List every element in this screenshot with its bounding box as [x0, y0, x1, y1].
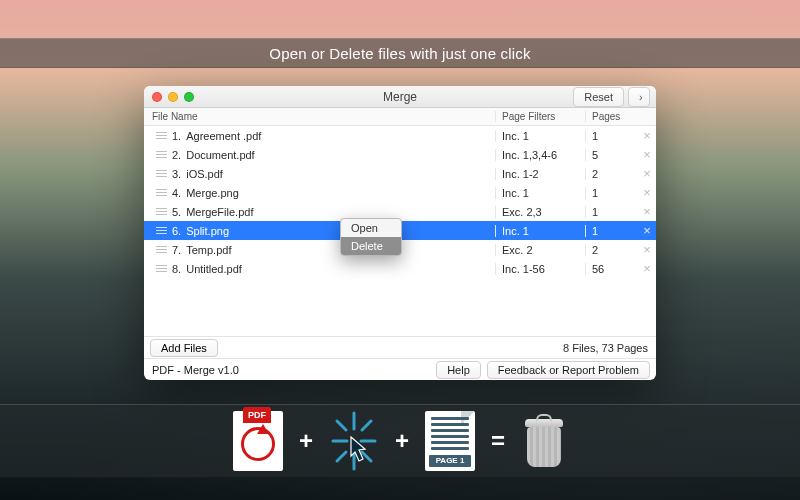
row-number: 8.	[172, 263, 181, 275]
row-page-filters[interactable]: Exc. 2	[496, 244, 586, 256]
feedback-button[interactable]: Feedback or Report Problem	[487, 361, 650, 379]
promo-bar: PDF + + PAGE 1 =	[0, 404, 800, 478]
add-files-button[interactable]: Add Files	[150, 339, 218, 357]
row-pages: 1	[586, 130, 638, 142]
svg-line-6	[362, 421, 371, 430]
row-filename: Document.pdf	[186, 149, 254, 161]
table-row[interactable]: 2. Document.pdfInc. 1,3,4-65×	[144, 145, 656, 164]
row-page-filters[interactable]: Inc. 1	[496, 130, 586, 142]
row-filename: MergeFile.pdf	[186, 206, 253, 218]
row-number: 4.	[172, 187, 181, 199]
drag-handle-icon[interactable]	[156, 132, 167, 139]
context-open[interactable]: Open	[341, 219, 401, 237]
row-filename: iOS.pdf	[186, 168, 223, 180]
col-pages[interactable]: Pages	[586, 111, 638, 122]
table-row[interactable]: 4. Merge.pngInc. 11×	[144, 183, 656, 202]
zoom-icon[interactable]	[184, 92, 194, 102]
drag-handle-icon[interactable]	[156, 265, 167, 272]
remove-row-icon[interactable]: ×	[638, 223, 656, 238]
remove-row-icon[interactable]: ×	[638, 261, 656, 276]
row-page-filters[interactable]: Inc. 1-56	[496, 263, 586, 275]
row-number: 7.	[172, 244, 181, 256]
row-page-filters[interactable]: Inc. 1-2	[496, 168, 586, 180]
row-filename: Agreement .pdf	[186, 130, 261, 142]
drag-handle-icon[interactable]	[156, 246, 167, 253]
plus-icon: +	[395, 427, 409, 455]
remove-row-icon[interactable]: ×	[638, 166, 656, 181]
table-row[interactable]: 1. Agreement .pdfInc. 11×	[144, 126, 656, 145]
svg-line-5	[362, 452, 371, 461]
svg-line-7	[337, 452, 346, 461]
page-icon: PAGE 1	[425, 411, 475, 471]
row-page-filters[interactable]: Inc. 1	[496, 225, 586, 237]
row-number: 6.	[172, 225, 181, 237]
minimize-icon[interactable]	[168, 92, 178, 102]
col-filename[interactable]: File Name	[144, 111, 496, 122]
drag-handle-icon[interactable]	[156, 208, 167, 215]
app-version: PDF - Merge v1.0	[152, 364, 239, 376]
row-page-filters[interactable]: Inc. 1	[496, 187, 586, 199]
row-number: 3.	[172, 168, 181, 180]
titlebar[interactable]: Merge Reset ›	[144, 86, 656, 108]
row-pages: 1	[586, 206, 638, 218]
pdf-file-icon: PDF	[233, 411, 283, 471]
remove-row-icon[interactable]: ×	[638, 242, 656, 257]
row-pages: 1	[586, 187, 638, 199]
table-row[interactable]: 8. Untitled.pdfInc. 1-5656×	[144, 259, 656, 278]
drag-handle-icon[interactable]	[156, 170, 167, 177]
remove-row-icon[interactable]: ×	[638, 185, 656, 200]
table-row[interactable]: 3. iOS.pdfInc. 1-22×	[144, 164, 656, 183]
footer-summary: Add Files 8 Files, 73 Pages	[144, 336, 656, 358]
reset-button[interactable]: Reset	[573, 87, 624, 107]
row-page-filters[interactable]: Exc. 2,3	[496, 206, 586, 218]
col-page-filters[interactable]: Page Filters	[496, 111, 586, 122]
row-number: 2.	[172, 149, 181, 161]
row-filename: Merge.png	[186, 187, 239, 199]
footer-status: PDF - Merge v1.0 Help Feedback or Report…	[144, 358, 656, 380]
row-pages: 56	[586, 263, 638, 275]
drag-handle-icon[interactable]	[156, 189, 167, 196]
equals-icon: =	[491, 427, 505, 455]
row-filename: Split.png	[186, 225, 229, 237]
remove-row-icon[interactable]: ×	[638, 147, 656, 162]
row-pages: 1	[586, 225, 638, 237]
trash-icon	[521, 411, 567, 471]
drag-handle-icon[interactable]	[156, 151, 167, 158]
file-count-summary: 8 Files, 73 Pages	[563, 342, 648, 354]
help-button[interactable]: Help	[436, 361, 481, 379]
context-delete[interactable]: Delete	[341, 237, 401, 255]
pdf-badge: PDF	[243, 407, 271, 423]
row-pages: 5	[586, 149, 638, 161]
row-page-filters[interactable]: Inc. 1,3,4-6	[496, 149, 586, 161]
traffic-lights	[152, 92, 194, 102]
row-pages: 2	[586, 168, 638, 180]
caption-text: Open or Delete files with just one click	[269, 45, 530, 62]
row-number: 1.	[172, 130, 181, 142]
close-icon[interactable]	[152, 92, 162, 102]
click-cursor-icon	[329, 411, 379, 471]
next-button[interactable]: ›	[628, 87, 650, 107]
headline-caption: Open or Delete files with just one click	[0, 38, 800, 68]
plus-icon: +	[299, 427, 313, 455]
titlebar-right: Reset ›	[573, 87, 656, 107]
drag-handle-icon[interactable]	[156, 227, 167, 234]
row-number: 5.	[172, 206, 181, 218]
column-headers: File Name Page Filters Pages	[144, 108, 656, 126]
row-filename: Untitled.pdf	[186, 263, 242, 275]
row-pages: 2	[586, 244, 638, 256]
remove-row-icon[interactable]: ×	[638, 128, 656, 143]
svg-line-4	[337, 421, 346, 430]
remove-row-icon[interactable]: ×	[638, 204, 656, 219]
row-filename: Temp.pdf	[186, 244, 231, 256]
page-label: PAGE 1	[429, 455, 471, 467]
context-menu[interactable]: Open Delete	[340, 218, 402, 256]
